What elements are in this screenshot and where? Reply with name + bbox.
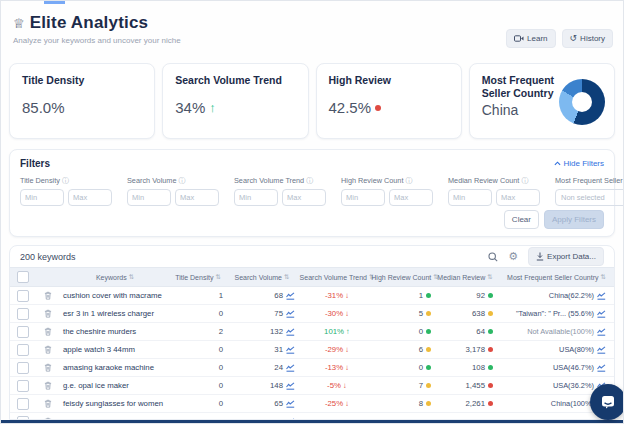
info-icon[interactable]: ⓘ — [179, 177, 186, 184]
clear-button[interactable]: Clear — [504, 210, 539, 229]
trend-arrow-icon: ↓ — [345, 399, 349, 408]
row-checkbox[interactable] — [17, 380, 29, 392]
stat-title: Title Density — [22, 74, 142, 87]
max-input[interactable] — [389, 189, 433, 206]
top-scroll-indicator — [44, 1, 65, 4]
sort-icon: ⇅ — [129, 273, 134, 281]
chart-icon[interactable] — [597, 346, 606, 354]
title-density-cell: 0 — [170, 381, 226, 390]
row-checkbox[interactable] — [17, 290, 29, 302]
row-checkbox[interactable] — [17, 308, 29, 320]
row-checkbox[interactable] — [17, 362, 29, 374]
seller-country-cell: Not Available(100%) — [496, 327, 614, 336]
trend-arrow-icon: ↓ — [343, 381, 347, 390]
table-row: 1/4 zip sweatshirt836-26%↓81,513USA(40%) — [10, 413, 614, 420]
search-icon[interactable] — [488, 252, 498, 262]
keyword-cell: cushion cover with macrame — [60, 291, 170, 300]
chart-icon[interactable] — [597, 328, 606, 336]
gear-icon[interactable]: ⚙ — [508, 251, 518, 262]
status-dot — [488, 347, 493, 352]
info-icon[interactable]: ⓘ — [62, 177, 69, 184]
min-input[interactable] — [448, 189, 492, 206]
high-review-count-cell: 8 — [376, 399, 434, 408]
apply-filters-button[interactable]: Apply Filters — [544, 210, 604, 229]
status-dot — [426, 329, 431, 334]
learn-button[interactable]: Learn — [506, 29, 555, 48]
country-select[interactable]: Non selected — [555, 189, 624, 206]
crown-icon: ♕ — [13, 17, 25, 30]
table-row: amasing karaoke machine024-13%↓0108USA(4… — [10, 359, 614, 377]
filter-title-density: Title Density ⓘ — [20, 176, 112, 206]
chat-widget-button[interactable] — [590, 384, 624, 420]
column-median-review[interactable]: Median Review⇅ — [434, 273, 496, 281]
sort-icon: ⇅ — [601, 273, 606, 281]
title-density-cell: 1 — [170, 291, 226, 300]
min-input[interactable] — [341, 189, 385, 206]
info-icon[interactable]: ⓘ — [306, 177, 313, 184]
column-title-density[interactable]: Title Density⇅ — [170, 273, 226, 281]
filter-median-review-count: Median Review Count ⓘ — [448, 176, 540, 206]
row-checkbox[interactable] — [17, 344, 29, 356]
title-density-cell: 0 — [170, 363, 226, 372]
filters-panel: Filters Hide Filters Title Density ⓘ Sea… — [9, 149, 615, 237]
chart-icon[interactable] — [286, 346, 295, 354]
info-icon[interactable]: ⓘ — [406, 177, 413, 184]
chart-icon[interactable] — [286, 328, 295, 336]
search-volume-cell: 68 — [226, 291, 298, 300]
export-data-button[interactable]: Export Data... — [528, 247, 604, 266]
status-dot — [488, 293, 493, 298]
min-input[interactable] — [234, 189, 278, 206]
column-keywords[interactable]: Keywords⇅ — [60, 273, 170, 281]
status-dot — [426, 293, 431, 298]
sort-icon: ⇅ — [215, 273, 220, 281]
row-checkbox[interactable] — [17, 398, 29, 410]
high-review-count-cell: 0 — [376, 327, 434, 336]
info-icon[interactable]: ⓘ — [521, 177, 528, 184]
row-checkbox[interactable] — [17, 326, 29, 338]
trash-icon[interactable] — [36, 291, 60, 300]
stat-card-search-volume-trend: Search Volume Trend 34% ↑ — [162, 63, 308, 139]
history-button[interactable]: ↺ History — [562, 29, 613, 48]
max-input[interactable] — [282, 189, 326, 206]
min-input[interactable] — [127, 189, 171, 206]
trash-icon[interactable] — [36, 309, 60, 318]
trash-icon[interactable] — [36, 381, 60, 390]
chart-icon[interactable] — [286, 364, 295, 372]
page-title: Elite Analytics — [30, 13, 149, 33]
chart-icon[interactable] — [597, 364, 606, 372]
max-input[interactable] — [175, 189, 219, 206]
column-search-volume[interactable]: Search Volume⇅ — [226, 273, 298, 281]
column-seller-country[interactable]: Most Frequent Seller Country⇅ — [496, 273, 614, 281]
max-input[interactable] — [496, 189, 540, 206]
trash-icon[interactable] — [36, 399, 60, 408]
trend-cell: -5%↓ — [298, 381, 376, 390]
trend-cell: -30%↓ — [298, 309, 376, 318]
chat-bubble-icon — [600, 394, 616, 410]
median-review-cell: 3,178 — [434, 345, 496, 354]
chart-icon[interactable] — [597, 292, 606, 300]
trend-up-icon: ↑ — [209, 100, 216, 115]
column-high-review-count[interactable]: High Review Count⇅ — [376, 273, 434, 281]
filters-title: Filters — [20, 158, 50, 169]
chart-icon[interactable] — [286, 400, 295, 408]
column-search-volume-trend[interactable]: Search Volume Trend⇅ — [298, 273, 376, 281]
chart-icon[interactable] — [286, 292, 295, 300]
filter-label: Most Frequent Seller Country — [555, 176, 624, 185]
trash-icon[interactable] — [36, 345, 60, 354]
trend-cell: -31%↓ — [298, 291, 376, 300]
chart-icon[interactable] — [286, 310, 295, 318]
min-input[interactable] — [20, 189, 64, 206]
chart-icon[interactable] — [597, 310, 606, 318]
chart-icon[interactable] — [286, 382, 295, 390]
trash-icon[interactable] — [36, 363, 60, 372]
seller-country-cell: USA(46.7%) — [496, 363, 614, 372]
max-input[interactable] — [68, 189, 112, 206]
hide-filters-link[interactable]: Hide Filters — [554, 159, 604, 168]
select-all-checkbox[interactable] — [17, 271, 29, 283]
download-icon — [536, 252, 544, 261]
trash-icon[interactable] — [36, 327, 60, 336]
title-density-cell: 0 — [170, 345, 226, 354]
table-row: feisdy sunglasses for women065-25%↓82,26… — [10, 395, 614, 413]
search-volume-cell: 75 — [226, 309, 298, 318]
chevron-up-icon — [554, 160, 561, 167]
